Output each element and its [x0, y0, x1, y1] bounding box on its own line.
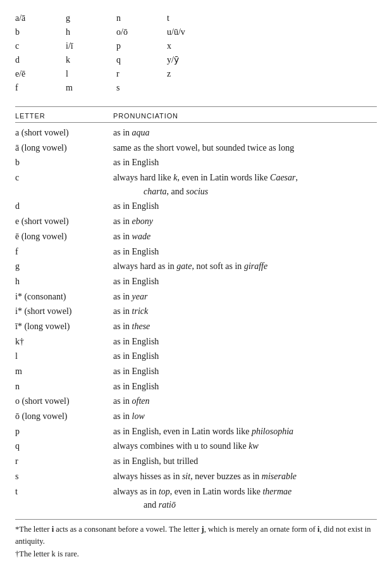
letter-cell-2: b [15, 156, 113, 170]
pron-row-23: talways as in top, even in Latin words l… [15, 484, 377, 513]
pron-cell-3: always hard like k, even in Latin words … [113, 171, 377, 198]
letter-cell-12: ī* (long vowel) [15, 320, 113, 334]
pron-row-4: das in English [15, 199, 377, 214]
pron-row-9: has in English [15, 274, 377, 289]
letter-cell-23: t [15, 485, 113, 499]
pron-row-8: galways hard as in gate, not soft as in … [15, 259, 377, 274]
pron-row-10: i* (consonant)as in year [15, 289, 377, 304]
top-divider [15, 106, 377, 107]
pron-row-15: mas in English [15, 364, 377, 379]
letter-cell-16: n [15, 380, 113, 394]
alpha-cell-0-1: g [66, 11, 116, 25]
alpha-cell-1-4 [217, 25, 268, 39]
alpha-cell-2-0: c [15, 39, 66, 53]
pron-row-21: ras in English, but trilled [15, 454, 377, 469]
pron-cell-13: as in English [113, 335, 377, 349]
pron-row-11: i* (short vowel)as in trick [15, 304, 377, 319]
letter-cell-22: s [15, 470, 113, 484]
pron-row-19: pas in English, even in Latin words like… [15, 424, 377, 439]
letter-cell-13: k† [15, 335, 113, 349]
pron-cell-15: as in English [113, 365, 377, 379]
alpha-cell-3-2: q [116, 53, 167, 67]
pron-row-1: ā (long vowel)same as the short vowel, b… [15, 141, 377, 156]
pron-cell-10: as in year [113, 290, 377, 304]
pron-cell-23: always as in top, even in Latin words li… [113, 485, 377, 512]
letter-cell-9: h [15, 275, 113, 289]
alpha-cell-0-4 [217, 11, 268, 25]
pron-cell-1: same as the short vowel, but sounded twi… [113, 141, 377, 155]
alpha-cell-2-2: p [116, 39, 167, 53]
alpha-cell-1-2: o/ō [116, 25, 167, 39]
alpha-cell-4-3: z [167, 67, 217, 81]
alphabet-grid: a/āgntbho/ōu/ū/vci/īpxdkqy/ȳe/ēlrzfms [15, 11, 377, 95]
alpha-cell-5-0: f [15, 81, 66, 95]
pron-row-3: calways hard like k, even in Latin words… [15, 170, 377, 199]
letter-cell-7: f [15, 245, 113, 259]
pron-cell-14: as in English [113, 349, 377, 363]
pron-row-0: a (short vowel)as in aqua [15, 125, 377, 141]
alpha-cell-5-2: s [116, 81, 167, 95]
pron-cell-17: as in often [113, 394, 377, 408]
alpha-cell-1-0: b [15, 25, 66, 39]
pron-cell-7: as in English [113, 245, 377, 259]
alpha-cell-5-4 [217, 81, 268, 95]
alpha-cell-5-3 [167, 81, 217, 95]
pron-row-16: nas in English [15, 379, 377, 394]
footnote-0: *The letter i acts as a consonant before… [15, 523, 377, 548]
alpha-cell-5-1: m [66, 81, 116, 95]
letter-cell-0: a (short vowel) [15, 126, 113, 140]
pron-cell-8: always hard as in gate, not soft as in g… [113, 260, 377, 273]
alpha-cell-4-4 [217, 67, 268, 81]
letter-cell-21: r [15, 454, 113, 468]
letter-cell-10: i* (consonant) [15, 290, 113, 304]
alphabet-grid-container: a/āgntbho/ōu/ū/vci/īpxdkqy/ȳe/ēlrzfms [15, 11, 377, 95]
pron-cell-6: as in wade [113, 230, 377, 244]
alpha-cell-0-2: n [116, 11, 167, 25]
letter-cell-6: ē (long vowel) [15, 230, 113, 244]
pron-row-18: ō (long vowel)as in low [15, 409, 377, 424]
pron-cell-19: as in English, even in Latin words like … [113, 425, 377, 439]
pron-row-6: ē (long vowel)as in wade [15, 229, 377, 244]
pron-row-5: e (short vowel)as in ebony [15, 214, 377, 229]
alpha-cell-0-0: a/ā [15, 11, 66, 25]
pron-row-2: bas in English [15, 155, 377, 170]
alpha-cell-2-3: x [167, 39, 217, 53]
letter-cell-20: q [15, 439, 113, 453]
letter-cell-11: i* (short vowel) [15, 304, 113, 318]
alpha-cell-1-3: u/ū/v [167, 25, 217, 39]
pron-cell-12: as in these [113, 320, 377, 334]
alpha-cell-4-0: e/ē [15, 67, 66, 81]
alpha-cell-4-2: r [116, 67, 167, 81]
pron-cell-2: as in English [113, 156, 377, 170]
alpha-cell-0-3: t [167, 11, 217, 25]
pron-row-13: k†as in English [15, 334, 377, 349]
alpha-cell-2-4 [217, 39, 268, 53]
pron-row-20: qalways combines with u to sound like kw [15, 439, 377, 454]
footnote-1: †The letter k is rare. [15, 548, 377, 560]
pron-row-22: salways hisses as in sit, never buzzes a… [15, 469, 377, 484]
pronunciation-column-header: PRONUNCIATION [113, 112, 377, 120]
letter-cell-14: l [15, 349, 113, 363]
letter-cell-19: p [15, 425, 113, 439]
pron-cell-4: as in English [113, 199, 377, 213]
pron-row-7: fas in English [15, 244, 377, 260]
alpha-cell-1-1: h [66, 25, 116, 39]
footnotes: *The letter i acts as a consonant before… [15, 519, 377, 560]
alpha-cell-2-1: i/ī [66, 39, 116, 53]
pron-cell-16: as in English [113, 380, 377, 394]
pron-cell-11: as in trick [113, 304, 377, 318]
table-header: LETTER PRONUNCIATION [15, 112, 377, 123]
pron-row-14: las in English [15, 349, 377, 364]
letter-cell-3: c [15, 171, 113, 185]
pron-cell-18: as in low [113, 410, 377, 423]
letter-cell-5: e (short vowel) [15, 215, 113, 229]
pron-cell-21: as in English, but trilled [113, 454, 377, 468]
alpha-cell-3-0: d [15, 53, 66, 67]
letter-cell-17: o (short vowel) [15, 394, 113, 408]
letter-cell-4: d [15, 199, 113, 213]
pron-cell-9: as in English [113, 275, 377, 289]
pron-row-17: o (short vowel)as in often [15, 394, 377, 409]
letter-column-header: LETTER [15, 112, 113, 120]
pron-row-12: ī* (long vowel)as in these [15, 319, 377, 334]
pron-cell-5: as in ebony [113, 215, 377, 229]
